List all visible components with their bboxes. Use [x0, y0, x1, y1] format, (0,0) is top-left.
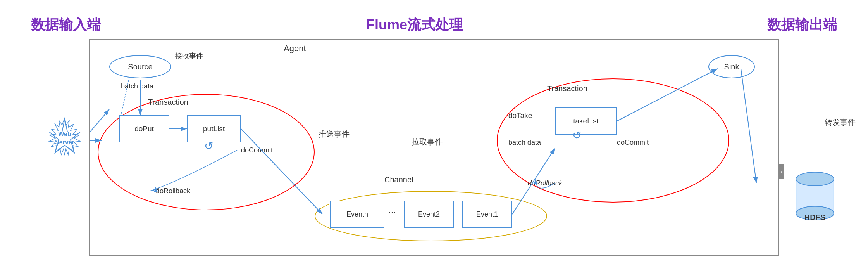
- doput-box: doPut: [119, 115, 169, 142]
- hdfs-container: HDFS: [792, 168, 838, 222]
- sink-oval: Sink: [708, 55, 755, 78]
- dotake-label: doTake: [508, 111, 532, 120]
- pull-event-label: 拉取事件: [412, 137, 443, 147]
- dots-label: ···: [388, 206, 396, 217]
- docommit-right-label: doCommit: [617, 139, 649, 147]
- hdfs-label: HDFS: [804, 213, 825, 222]
- dorollback-right-label: doRollback: [528, 179, 562, 187]
- page-container: 数据输入端 Flume流式处理 数据输出端 Agent Web Server S…: [0, 0, 868, 279]
- right-transaction-label: Transaction: [547, 84, 587, 93]
- web-server-text: Web Server: [55, 130, 74, 147]
- circular-arrow-left-icon: ↺: [204, 140, 213, 152]
- docommit-left-label: doCommit: [241, 146, 273, 154]
- svg-line-13: [741, 69, 756, 183]
- channel-label: Channel: [384, 175, 413, 184]
- eventn-box: Eventn: [330, 201, 384, 228]
- agent-label: Agent: [284, 43, 306, 54]
- putlist-box: putList: [187, 115, 241, 142]
- dorollback-left-label: doRollback: [156, 187, 190, 195]
- batch-data-source-label: batch data: [121, 82, 153, 90]
- forward-event-label: 转发事件: [825, 117, 856, 128]
- title-input: 数据输入端: [31, 16, 101, 35]
- side-tab-arrow-icon: ›: [780, 168, 782, 175]
- receive-event-label: 接收事件: [175, 51, 203, 61]
- batch-data-right-label: batch data: [508, 139, 541, 147]
- left-transaction-label: Transaction: [148, 98, 188, 107]
- event2-box: Event2: [404, 201, 454, 228]
- push-event-label: 推送事件: [319, 129, 350, 139]
- circular-arrow-right-icon: ↺: [572, 129, 581, 142]
- main-diagram-box: Agent Web Server Source 接收事件 batch data …: [89, 39, 779, 256]
- title-output: 数据输出端: [767, 16, 837, 35]
- web-server: Web Server: [43, 117, 86, 160]
- svg-point-3: [796, 172, 834, 186]
- event1-box: Event1: [462, 201, 512, 228]
- takelist-box: takeList: [555, 107, 617, 135]
- title-flume: Flume流式处理: [318, 16, 512, 35]
- source-oval: Source: [109, 55, 171, 78]
- side-tab[interactable]: ›: [778, 164, 784, 179]
